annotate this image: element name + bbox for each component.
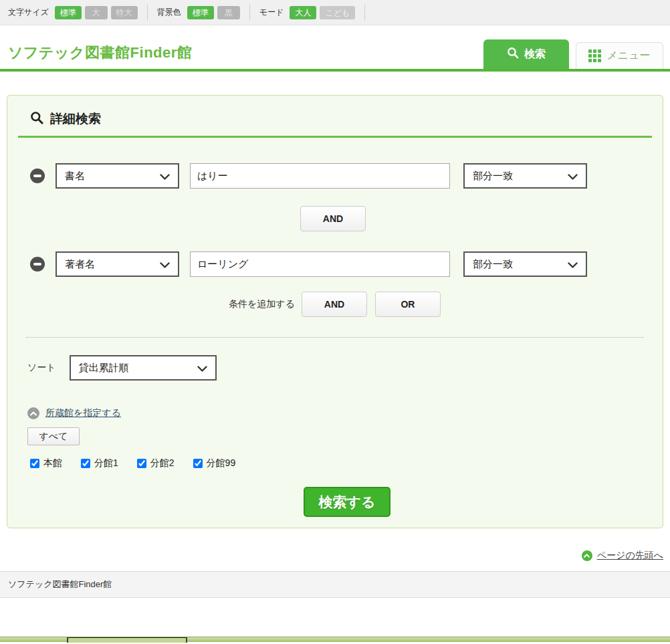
chevron-down-icon (568, 171, 578, 182)
chevron-down-icon (568, 259, 578, 270)
checkbox-main-library[interactable]: 本館 (30, 457, 62, 469)
match-select-1-value: 部分一致 (473, 170, 513, 183)
add-condition-label: 条件を追加する (229, 298, 295, 310)
site-title[interactable]: ソフテック図書館Finder館 (8, 43, 192, 63)
collapse-up-icon (27, 407, 39, 419)
checkbox-input[interactable] (193, 459, 203, 468)
page-top-up-icon (582, 550, 592, 561)
checkbox-branch-99[interactable]: 分館99 (193, 457, 236, 469)
remove-condition-icon[interactable] (30, 257, 45, 272)
checkbox-input[interactable] (81, 459, 90, 468)
toolbar-spacer (364, 5, 384, 21)
bg-color-black-button[interactable]: 黒 (217, 6, 240, 19)
search-icon (507, 47, 519, 62)
page-top-row: ページの先頭へ (0, 528, 670, 571)
field-select-2-value: 著者名 (65, 258, 95, 271)
font-size-standard-button[interactable]: 標準 (55, 6, 82, 19)
chevron-down-icon (160, 171, 170, 182)
bottom-gap (0, 598, 670, 637)
condition-row-1: 書名 部分一致 (30, 163, 652, 189)
font-size-group: 文字サイズ 標準 大 特大 (8, 5, 147, 21)
bg-color-label: 背景色 (157, 7, 181, 18)
tab-search-label: 検索 (524, 47, 546, 62)
sort-select-value: 貸出累計順 (79, 362, 129, 374)
bg-color-group: 背景色 標準 黒 (147, 5, 249, 21)
keyword-input-1[interactable] (190, 163, 450, 189)
match-select-2-value: 部分一致 (473, 258, 513, 271)
checkbox-label: 本館 (43, 457, 62, 469)
bottom-window-edge (0, 637, 670, 642)
add-or-button[interactable]: OR (375, 292, 441, 317)
chevron-down-icon (197, 362, 207, 374)
checkbox-label: 分館1 (94, 457, 118, 469)
keyword-input-2[interactable] (190, 251, 450, 277)
main-content: 詳細検索 書名 部分一致 AND 著者名 部 (0, 72, 670, 528)
holding-link-row: 所蔵館を指定する (27, 407, 652, 419)
checkbox-branch-2[interactable]: 分館2 (137, 457, 175, 469)
tab-menu[interactable]: メニュー (576, 42, 663, 69)
add-and-button[interactable]: AND (302, 292, 367, 317)
sort-row: ソート 貸出累計順 (27, 355, 652, 381)
tab-menu-label: メニュー (606, 49, 650, 63)
search-icon (30, 111, 43, 127)
match-select-2[interactable]: 部分一致 (463, 251, 587, 277)
library-checkboxes: 本館 分館1 分館2 分館99 (30, 457, 652, 469)
footer: ソフテック図書館Finder館 (0, 571, 670, 598)
mode-group: モード 大人 こども (249, 5, 364, 21)
sort-label: ソート (27, 362, 56, 374)
match-select-1[interactable]: 部分一致 (463, 163, 587, 189)
panel-title-row: 詳細検索 (18, 110, 652, 138)
site-header: ソフテック図書館Finder館 検索 メニュー (0, 25, 670, 72)
font-size-large-button[interactable]: 大 (85, 6, 108, 19)
footer-site-name: ソフテック図書館Finder館 (8, 578, 112, 591)
field-select-1-value: 書名 (65, 170, 85, 183)
font-size-xlarge-button[interactable]: 特大 (111, 6, 138, 19)
tab-search[interactable]: 検索 (483, 39, 569, 69)
advanced-search-panel: 詳細検索 書名 部分一致 AND 著者名 部 (7, 95, 663, 528)
checkbox-input[interactable] (30, 459, 39, 468)
font-size-label: 文字サイズ (8, 7, 49, 18)
bottom-edge-box (67, 637, 187, 643)
field-select-2[interactable]: 著者名 (55, 251, 179, 277)
add-condition-row: 条件を追加する AND OR (229, 292, 652, 317)
condition-row-2: 著者名 部分一致 (30, 251, 652, 277)
accessibility-toolbar: 文字サイズ 標準 大 特大 背景色 標準 黒 モード 大人 こども (0, 0, 670, 25)
checkbox-branch-1[interactable]: 分館1 (81, 457, 118, 469)
sort-select[interactable]: 貸出累計順 (70, 355, 217, 381)
remove-condition-icon[interactable] (30, 169, 45, 183)
mode-adult-button[interactable]: 大人 (290, 6, 316, 19)
grid-icon (588, 49, 601, 62)
connector-and-button[interactable]: AND (300, 206, 366, 231)
section-divider (26, 337, 644, 338)
checkbox-input[interactable] (137, 459, 146, 468)
mode-label: モード (259, 7, 284, 18)
bg-color-standard-button[interactable]: 標準 (187, 6, 214, 19)
panel-title: 詳細検索 (50, 110, 101, 128)
search-submit-button[interactable]: 検索する (304, 487, 390, 517)
header-tabs: 検索 メニュー (483, 39, 663, 69)
chevron-down-icon (160, 259, 170, 270)
page-top-link[interactable]: ページの先頭へ (597, 550, 663, 562)
field-select-1[interactable]: 書名 (55, 163, 179, 189)
select-all-button[interactable]: すべて (27, 427, 80, 445)
checkbox-label: 分館2 (150, 457, 175, 469)
specify-holding-library-link[interactable]: 所蔵館を指定する (45, 407, 121, 419)
checkbox-label: 分館99 (207, 457, 236, 469)
mode-kids-button[interactable]: こども (320, 6, 355, 19)
